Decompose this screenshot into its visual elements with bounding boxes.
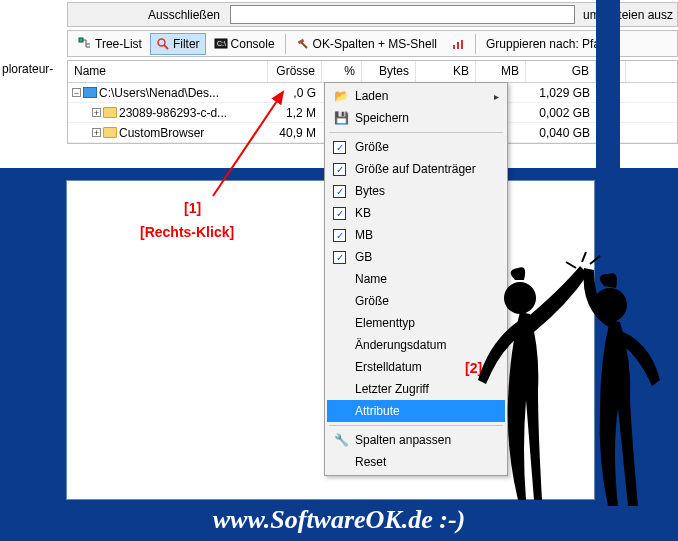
svg-rect-13 — [461, 40, 463, 49]
gruppieren-button[interactable]: Gruppieren nach: Pfad — [480, 33, 613, 55]
mi-label: Speichern — [355, 111, 409, 125]
filter-label: Filter — [173, 37, 200, 51]
context-menu: 📂 Laden 💾 Speichern ✓ Größe ✓ Größe auf … — [324, 82, 508, 476]
console-label: Console — [231, 37, 275, 51]
menu-separator — [329, 132, 503, 133]
magnifier-icon — [156, 37, 170, 51]
toolbar: Tree-List Filter C:\ Console OK-Spalten … — [67, 30, 678, 57]
mi-label: Größe — [355, 294, 389, 308]
svg-rect-0 — [79, 38, 83, 42]
annotation-1b: [Rechts-Klick] — [140, 224, 234, 240]
row-gr: 40,9 M — [268, 126, 322, 140]
menu-letzter[interactable]: Letzter Zugriff — [327, 378, 505, 400]
check-icon: ✓ — [333, 229, 346, 242]
gavel-icon — [296, 37, 310, 51]
console-icon: C:\ — [214, 37, 228, 51]
row-name: 23089-986293-c-d... — [119, 106, 227, 120]
collapse-icon[interactable]: − — [72, 88, 81, 97]
menu-separator — [329, 425, 503, 426]
mi-label: Letzter Zugriff — [355, 382, 429, 396]
mi-label: Attribute — [355, 404, 400, 418]
menu-elementtyp[interactable]: Elementtyp — [327, 312, 505, 334]
okspalten-label: OK-Spalten + MS-Shell — [313, 37, 437, 51]
row-name: C:\Users\Nenad\Des... — [99, 86, 219, 100]
menu-laden[interactable]: 📂 Laden — [327, 85, 505, 107]
menu-groesse-dt[interactable]: ✓ Größe auf Datenträger — [327, 158, 505, 180]
expand-icon[interactable]: + — [92, 128, 101, 137]
console-button[interactable]: C:\ Console — [208, 33, 281, 55]
filter-trail-text: um Dateien ausz — [579, 8, 677, 22]
mi-label: Name — [355, 272, 387, 286]
toolbar-divider — [475, 34, 476, 54]
col-groesse[interactable]: Grösse — [268, 61, 322, 82]
col-name[interactable]: Name — [68, 61, 268, 82]
mi-label: GB — [355, 250, 372, 264]
toolbar-divider — [285, 34, 286, 54]
filter-row: Ausschließen um Dateien ausz — [67, 2, 678, 27]
check-icon: ✓ — [333, 141, 346, 154]
check-icon: ✓ — [333, 185, 346, 198]
svg-text:C:\: C:\ — [217, 40, 226, 47]
save-icon: 💾 — [333, 111, 349, 125]
mi-label: Größe auf Datenträger — [355, 162, 476, 176]
row-gb: 0,002 GB — [526, 106, 596, 120]
menu-groesse[interactable]: ✓ Größe — [327, 136, 505, 158]
row-name: CustomBrowser — [119, 126, 204, 140]
row-gr: ,0 G — [268, 86, 322, 100]
check-icon: ✓ — [333, 207, 346, 220]
mi-label: KB — [355, 206, 371, 220]
side-label: plorateur- — [2, 62, 65, 76]
open-icon: 📂 — [333, 89, 349, 103]
vis-button[interactable] — [445, 33, 471, 55]
svg-line-10 — [301, 42, 307, 48]
mi-label: Änderungsdatum — [355, 338, 446, 352]
col-bytes[interactable]: Bytes — [362, 61, 416, 82]
mi-label: Erstelldatum — [355, 360, 422, 374]
okspalten-button[interactable]: OK-Spalten + MS-Shell — [290, 33, 443, 55]
menu-attribute[interactable]: Attribute — [327, 400, 505, 422]
menu-speichern[interactable]: 💾 Speichern — [327, 107, 505, 129]
mi-label: Laden — [355, 89, 388, 103]
annotation-1: [1] — [184, 200, 201, 216]
mi-label: Größe — [355, 140, 389, 154]
svg-point-16 — [593, 288, 627, 322]
bars-icon — [451, 37, 465, 51]
menu-spalten[interactable]: 🔧 Spalten anpassen — [327, 429, 505, 451]
menu-aenderung[interactable]: Änderungsdatum — [327, 334, 505, 356]
filter-label: Ausschließen — [68, 8, 230, 22]
treelist-icon — [78, 37, 92, 51]
menu-reset[interactable]: Reset — [327, 451, 505, 473]
col-gb[interactable]: GB — [526, 61, 596, 82]
col-mb[interactable]: MB — [476, 61, 526, 82]
annotation-2: [2] — [465, 360, 482, 376]
mi-label: Elementtyp — [355, 316, 415, 330]
menu-mb[interactable]: ✓ MB — [327, 224, 505, 246]
gruppieren-label: Gruppieren nach: Pfad — [486, 37, 607, 51]
menu-kb[interactable]: ✓ KB — [327, 202, 505, 224]
menu-name[interactable]: Name — [327, 268, 505, 290]
mi-label: Spalten anpassen — [355, 433, 451, 447]
menu-bytes[interactable]: ✓ Bytes — [327, 180, 505, 202]
folder-icon — [103, 127, 117, 138]
menu-gb[interactable]: ✓ GB — [327, 246, 505, 268]
svg-line-6 — [164, 45, 168, 49]
wrench-icon: 🔧 — [333, 433, 349, 447]
filter-button[interactable]: Filter — [150, 33, 206, 55]
grid-header[interactable]: Name Grösse % Bytes KB MB GB Da — [68, 61, 677, 83]
col-pct[interactable]: % — [322, 61, 362, 82]
menu-groesse2[interactable]: Größe — [327, 290, 505, 312]
svg-rect-12 — [457, 42, 459, 49]
row-gb: 0,040 GB — [526, 126, 596, 140]
expand-icon[interactable]: + — [92, 108, 101, 117]
row-gb: 1,029 GB — [526, 86, 596, 100]
check-icon: ✓ — [333, 251, 346, 264]
col-kb[interactable]: KB — [416, 61, 476, 82]
footer-text: www.SoftwareOK.de :-) — [0, 505, 678, 535]
filter-input[interactable] — [230, 5, 575, 24]
mi-label: Reset — [355, 455, 386, 469]
treelist-label: Tree-List — [95, 37, 142, 51]
check-icon: ✓ — [333, 163, 346, 176]
treelist-button[interactable]: Tree-List — [72, 33, 148, 55]
drive-icon — [83, 87, 97, 98]
svg-rect-11 — [453, 45, 455, 49]
